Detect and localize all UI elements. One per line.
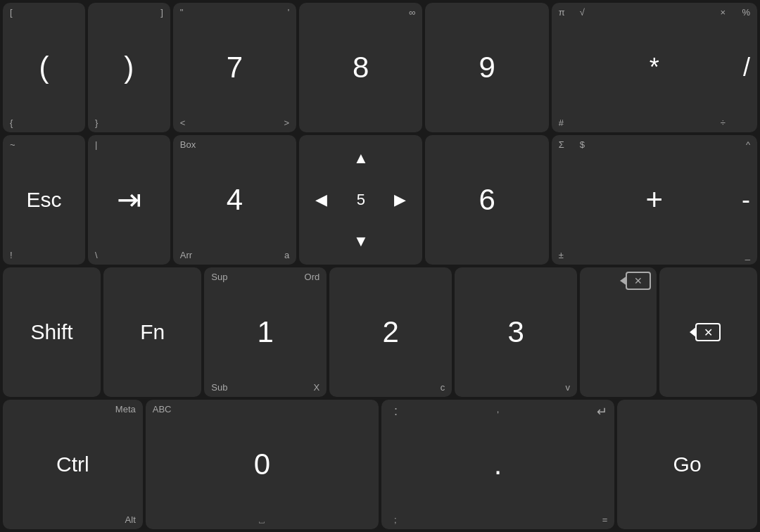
- paren-close-main: ): [124, 53, 134, 82]
- seven-top-left: ": [180, 7, 184, 18]
- one-sub: Sub: [211, 382, 227, 393]
- six-main: 6: [479, 185, 495, 215]
- zero-main: 0: [254, 450, 270, 479]
- slash-main: /: [743, 53, 750, 82]
- ctrl-main: Ctrl: [56, 454, 89, 475]
- key-5[interactable]: ▲ ◀ 5 ▶ ▼: [299, 135, 422, 265]
- key-plus[interactable]: Σ $ ^ + ± - _: [552, 135, 757, 265]
- row-1: [ ( { ] ) } " ' 7 < > ∞ 8 9 π √: [3, 3, 757, 132]
- seven-top-right: ': [288, 7, 289, 18]
- nine-main: 9: [479, 53, 495, 82]
- five-center: 5: [341, 179, 381, 221]
- arrow-up: ▲: [341, 138, 381, 179]
- key-punctuation[interactable]: : , ↵ . ; =: [381, 400, 614, 529]
- plusminus-label: ±: [559, 250, 564, 260]
- key-backspace[interactable]: ✕: [659, 267, 757, 397]
- delete-outlined-icon: ✕: [626, 272, 651, 290]
- key-tab[interactable]: | ⇥ \: [88, 135, 170, 265]
- dot-main: .: [494, 450, 502, 479]
- ctrl-meta: Meta: [115, 404, 136, 414]
- key-go[interactable]: Go: [617, 400, 757, 529]
- divide-label: ÷: [721, 118, 726, 128]
- equals-label: =: [602, 514, 608, 525]
- four-box: Box: [180, 139, 196, 150]
- key-delete-outlined[interactable]: ✕: [580, 267, 657, 397]
- ctrl-alt: Alt: [125, 514, 136, 525]
- sqrt-label: √: [580, 7, 585, 18]
- key-6[interactable]: 6: [425, 135, 548, 265]
- eight-infinity: ∞: [409, 7, 415, 18]
- key-2[interactable]: 2 c: [329, 267, 452, 397]
- paren-open-main: (: [39, 53, 49, 82]
- two-c: c: [441, 382, 445, 393]
- keyboard: [ ( { ] ) } " ' 7 < > ∞ 8 9 π √: [0, 0, 760, 532]
- key-paren-close[interactable]: ] ) }: [88, 3, 170, 132]
- shift-main: Shift: [31, 322, 73, 343]
- one-ord: Ord: [305, 272, 320, 282]
- semicolon-label: ;: [394, 514, 397, 525]
- pi-label: π: [559, 7, 565, 18]
- tab-main: ⇥: [117, 185, 141, 215]
- colon-label: :: [394, 404, 398, 419]
- brace-close-label: }: [95, 118, 98, 128]
- plus-main: +: [646, 185, 664, 215]
- seven-main: 7: [227, 53, 243, 82]
- three-v: v: [566, 382, 571, 393]
- row-3: Shift Fn Sup Ord 1 Sub X 2 c 3 v ✕: [3, 267, 757, 397]
- brace-open-label: {: [10, 118, 13, 128]
- arrows-container: ▲ ◀ 5 ▶ ▼: [299, 135, 422, 265]
- arrow-down: ▼: [341, 220, 381, 262]
- minus-main: -: [742, 185, 750, 215]
- key-4[interactable]: Box 4 Arr a: [173, 135, 296, 265]
- key-8[interactable]: ∞ 8: [299, 3, 422, 132]
- one-sup: Sup: [211, 272, 227, 282]
- key-3[interactable]: 3 v: [455, 267, 577, 397]
- arrow-left: ◀: [302, 179, 341, 221]
- row-2: ~ Esc ! | ⇥ \ Box 4 Arr a ▲ ◀ 5 ▶ ▼: [3, 135, 757, 265]
- percent-label: %: [742, 7, 750, 18]
- seven-bottom-right: >: [284, 118, 290, 128]
- sigma-label: Σ: [559, 139, 564, 150]
- key-esc[interactable]: ~ Esc !: [3, 135, 85, 265]
- times-label: ×: [720, 7, 726, 18]
- key-shift[interactable]: Shift: [3, 267, 101, 397]
- arrow-right: ▶: [381, 179, 420, 221]
- eight-main: 8: [353, 53, 369, 82]
- tab-backslash: \: [95, 250, 98, 260]
- esc-main: Esc: [26, 189, 61, 210]
- hash-label: #: [559, 118, 564, 128]
- three-main: 3: [507, 317, 524, 347]
- one-x: X: [314, 382, 320, 393]
- bracket-close-label: ]: [160, 7, 163, 18]
- key-ops[interactable]: π √ × % * # ÷ /: [552, 3, 757, 132]
- key-9[interactable]: 9: [425, 3, 548, 132]
- esc-tilde: ~: [10, 139, 15, 150]
- comma-label: ,: [497, 404, 500, 414]
- one-main: 1: [258, 317, 274, 347]
- zero-space: ⎵: [259, 514, 265, 525]
- two-main: 2: [383, 317, 399, 347]
- caret-label: ^: [746, 139, 750, 150]
- four-main: 4: [227, 185, 243, 215]
- backspace-icon: ✕: [695, 323, 721, 341]
- dollar-label: $: [580, 139, 585, 150]
- four-a: a: [284, 250, 289, 260]
- go-main: Go: [673, 454, 702, 475]
- key-7[interactable]: " ' 7 < >: [173, 3, 296, 132]
- star-main: *: [650, 55, 659, 80]
- key-ctrl[interactable]: Meta Ctrl Alt: [3, 400, 143, 529]
- tab-pipe: |: [95, 139, 97, 150]
- four-arr: Arr: [180, 250, 192, 260]
- row-4: Meta Ctrl Alt ABC 0 ⎵ : , ↵ . ; = Go: [3, 400, 757, 529]
- esc-excl: !: [10, 250, 13, 260]
- key-paren-open[interactable]: [ ( {: [3, 3, 85, 132]
- enter-label: ↵: [597, 404, 607, 419]
- zero-abc: ABC: [153, 404, 172, 414]
- fn-main: Fn: [140, 322, 165, 343]
- key-0[interactable]: ABC 0 ⎵: [146, 400, 379, 529]
- seven-bottom-left: <: [180, 118, 186, 128]
- underscore-label: _: [745, 250, 750, 260]
- bracket-open-label: [: [10, 7, 13, 18]
- key-fn[interactable]: Fn: [103, 267, 201, 397]
- key-1[interactable]: Sup Ord 1 Sub X: [204, 267, 327, 397]
